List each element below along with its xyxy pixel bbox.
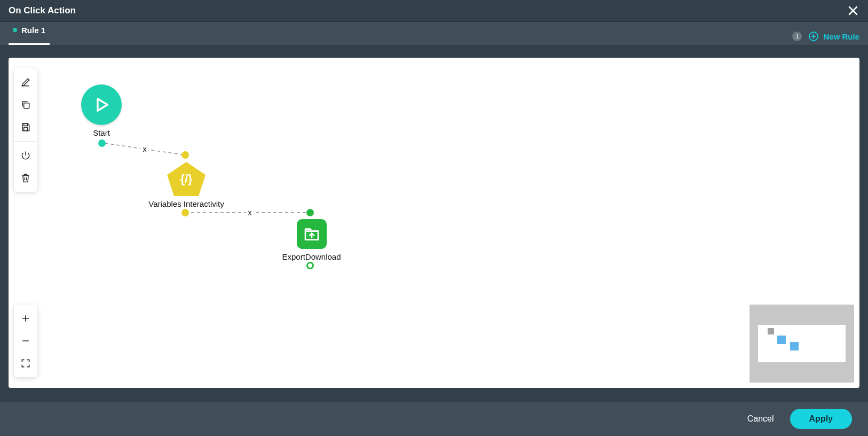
zoom-toolbar [14,305,37,377]
svg-rect-7 [24,103,29,108]
node-variables-label: Variables Interactivity [148,199,224,208]
toolbar-separator [14,141,37,142]
port-export-out[interactable] [306,262,314,269]
node-export-label: ExportDownload [282,252,341,261]
fullscreen-button[interactable] [16,353,35,374]
minimap-node [768,328,774,334]
dialog-title: On Click Action [9,5,76,16]
svg-rect-8 [24,123,28,126]
fullscreen-icon [20,358,31,369]
tab-status-dot [13,28,17,32]
new-rule-button[interactable]: New Rule [808,31,859,42]
delete-button[interactable] [16,167,35,189]
canvas-toolbar [14,68,37,192]
dialog-header: On Click Action [0,0,868,21]
zoom-in-button[interactable] [16,308,35,329]
new-rule-label: New Rule [823,32,859,41]
flow-canvas-container: x x Start {/} Variables Interactivity [9,58,859,388]
node-export[interactable]: ExportDownload [281,219,342,261]
tab-strip: Rule 1 1 New Rule [0,21,868,45]
minimap-node [777,336,786,344]
code-braces-icon: {/} [167,162,206,196]
edge-layer [9,58,859,388]
minimap-node [790,342,799,351]
flow-canvas[interactable]: x x Start {/} Variables Interactivity [9,58,859,388]
minimap[interactable] [749,305,854,383]
close-icon [848,5,858,16]
zoom-out-button[interactable] [16,330,35,352]
rule-count-badge: 1 [792,32,802,41]
port-export-in[interactable] [306,209,314,216]
node-start[interactable]: Start [81,84,122,137]
minus-icon [20,336,31,346]
port-start-out[interactable] [98,139,106,147]
copy-button[interactable] [16,94,35,115]
edge-delete-2[interactable]: x [246,208,254,217]
svg-rect-9 [24,128,28,131]
save-button[interactable] [16,116,35,138]
minimap-viewport [758,325,846,362]
dialog-footer: Cancel Apply [0,402,868,436]
port-variables-in[interactable] [182,151,189,159]
edit-button[interactable] [16,72,35,93]
pencil-icon [20,77,31,88]
power-icon [20,150,31,161]
plus-icon [20,313,31,324]
close-button[interactable] [847,4,859,17]
start-icon [81,84,122,125]
plus-circle-icon [808,31,819,42]
tab-rule-1[interactable]: Rule 1 [9,22,50,45]
export-icon [297,219,327,249]
edge-delete-1[interactable]: x [140,145,149,153]
copy-icon [20,99,31,110]
node-variables[interactable]: {/} Variables Interactivity [146,162,226,208]
cancel-button[interactable]: Cancel [747,414,774,424]
power-button[interactable] [16,145,35,166]
apply-button[interactable]: Apply [790,409,852,429]
tab-label: Rule 1 [21,26,45,35]
save-icon [20,122,31,133]
port-variables-out[interactable] [182,209,189,216]
node-start-label: Start [93,128,110,137]
trash-icon [20,173,31,183]
